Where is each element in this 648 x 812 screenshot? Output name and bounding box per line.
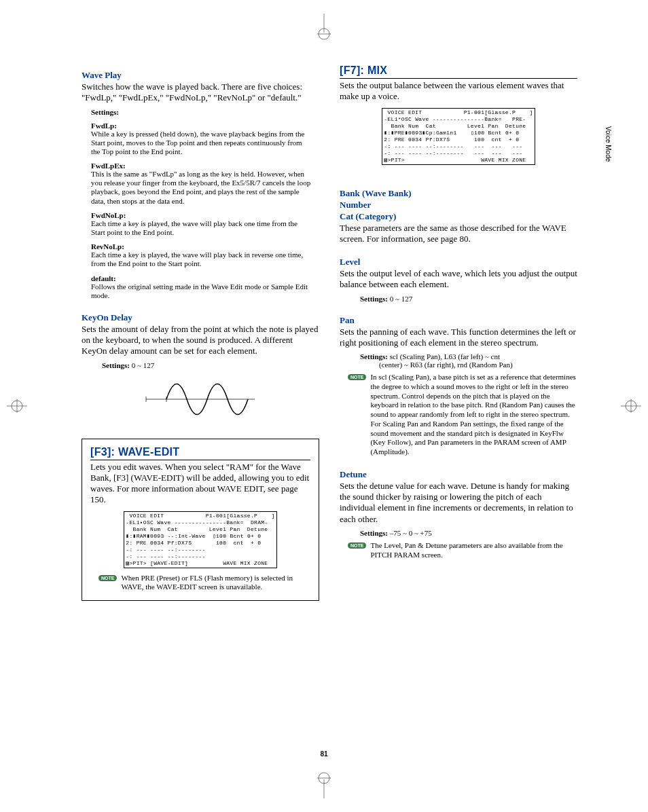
lcd-f3: VOICE EDIT P1-001[Glasse.P ] -EL1▪OSC Wa… bbox=[124, 511, 276, 568]
heading-f7: [F7]: MIX bbox=[340, 64, 577, 79]
page-number: 81 bbox=[0, 750, 648, 758]
heading-keyon-delay: KeyOn Delay bbox=[82, 312, 319, 323]
crop-mark-bottom bbox=[310, 771, 338, 798]
heading-cat: Cat (Category) bbox=[340, 211, 577, 222]
left-column: Wave Play Switches how the wave is playe… bbox=[82, 64, 319, 601]
sub-fwdlpex-body: This is the same as "FwdLp" as long as t… bbox=[91, 170, 312, 206]
settings-pan-2: (center) ~ R63 (far right), rnd (Random … bbox=[379, 361, 577, 369]
sub-revnolp-body: Each time a key is played, the wave will… bbox=[91, 251, 312, 268]
heading-detune: Detune bbox=[340, 469, 577, 480]
body-pan: Sets the panning of each wave. This func… bbox=[340, 327, 577, 349]
settings-pan: Settings: scl (Scaling Pan), L63 (far le… bbox=[360, 352, 577, 361]
settings-detune: Settings: –75 ~ 0 ~ +75 bbox=[360, 529, 577, 537]
sub-fwdnolp: FwdNoLp: bbox=[91, 211, 319, 219]
heading-wave-play: Wave Play bbox=[82, 70, 319, 81]
waveform-icon bbox=[139, 372, 262, 426]
heading-level: Level bbox=[340, 257, 577, 267]
heading-bank: Bank (Wave Bank) bbox=[340, 188, 577, 199]
crop-mark-top bbox=[310, 14, 338, 41]
note-icon: NOTE bbox=[348, 542, 366, 549]
heading-pan: Pan bbox=[340, 315, 577, 326]
body-banknumcat: These parameters are the same as those d… bbox=[340, 223, 577, 245]
note-detune: The Level, Pan & Detune parameters are a… bbox=[370, 541, 577, 560]
heading-f3: [F3]: WAVE-EDIT bbox=[90, 446, 310, 460]
note-f3: When PRE (Preset) or FLS (Flash memory) … bbox=[121, 574, 310, 593]
body-f3: Lets you edit waves. When you select "RA… bbox=[90, 462, 310, 506]
settings-label: Settings: bbox=[91, 108, 319, 116]
body-wave-play: Switches how the wave is played back. Th… bbox=[82, 81, 319, 104]
body-detune: Sets the detune value for each wave. Det… bbox=[340, 481, 577, 525]
sub-fwdlp: FwdLp: bbox=[91, 122, 319, 130]
right-column: [F7]: MIX Sets the output balance betwee… bbox=[340, 64, 577, 601]
body-level: Sets the output level of each wave, whic… bbox=[340, 268, 577, 291]
lcd-f7: VOICE EDIT P1-001[Glasse.P ] -EL1*OSC Wa… bbox=[382, 108, 535, 165]
sub-fwdlp-body: While a key is pressed (held down), the … bbox=[91, 130, 312, 157]
sub-fwdnolp-body: Each time a key is played, the wave will… bbox=[91, 219, 312, 237]
sub-revnolp: RevNoLp: bbox=[91, 242, 319, 251]
f3-box: [F3]: WAVE-EDIT Lets you edit waves. Whe… bbox=[82, 439, 319, 602]
crop-mark-right bbox=[621, 392, 641, 420]
crop-mark-left bbox=[7, 392, 27, 420]
settings-keyon: Settings: 0 ~ 127 bbox=[102, 361, 319, 369]
heading-number: Number bbox=[340, 200, 577, 210]
body-f7: Sets the output balance between the vari… bbox=[340, 80, 577, 103]
body-keyon: Sets the amount of delay from the point … bbox=[82, 324, 319, 357]
sub-default: default: bbox=[91, 274, 319, 282]
note-icon: NOTE bbox=[98, 575, 117, 581]
sub-fwdlpex: FwdLpEx: bbox=[91, 162, 319, 170]
note-pan: In scl (Scaling Pan), a base pitch is se… bbox=[370, 373, 577, 457]
sub-default-body: Follows the original setting made in the… bbox=[91, 282, 312, 300]
side-tab-voice-mode: Voice Mode bbox=[602, 122, 614, 166]
settings-level: Settings: 0 ~ 127 bbox=[360, 295, 577, 303]
note-icon: NOTE bbox=[348, 374, 366, 380]
